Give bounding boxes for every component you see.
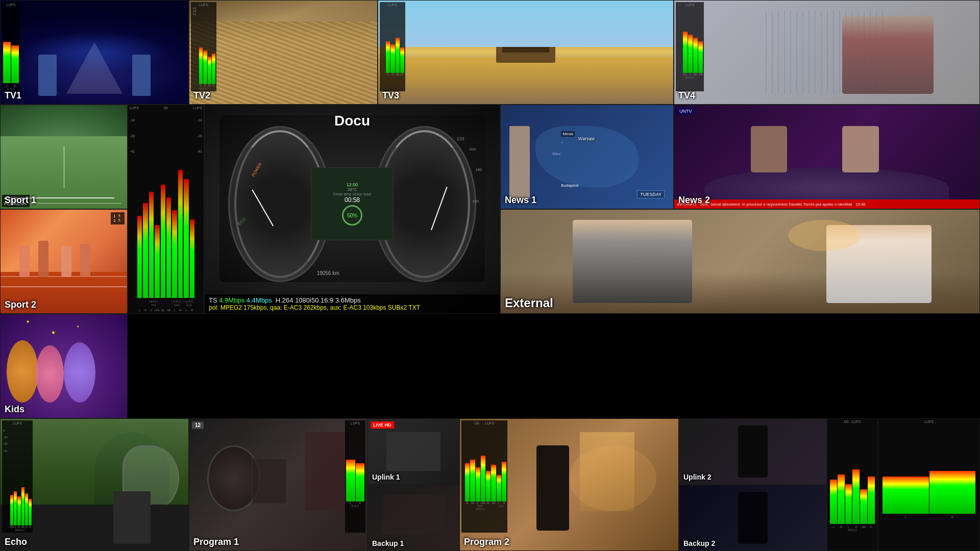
external-label: External	[505, 296, 553, 310]
echo-cell[interactable]: LUFS 0 -14 -28 -41 POL E-AC E	[0, 418, 189, 551]
uplink1-cell[interactable]: LIVE HD Uplink 1	[368, 418, 459, 485]
program1-label: Program 1	[193, 537, 239, 547]
backup1-label: Backup 1	[372, 539, 404, 547]
news1-cell[interactable]: Warsaw Kiev Minsk 7 Budapest TUESDAY New…	[500, 105, 674, 209]
sport2-label: Sport 2	[5, 299, 36, 310]
program2-lufs-label: Db LUFS	[462, 421, 506, 425]
right-meter-panel: Db LUFS LR LR ENG MPEG2	[827, 418, 878, 551]
echo-label: Echo	[5, 537, 27, 547]
tv3-cell[interactable]: LUFS L R SR SL TV3	[378, 0, 674, 105]
news2-cell[interactable]: INFOINFO SDA: Senat absolvent, în proces…	[674, 105, 980, 209]
sport1-cell[interactable]: KAROLINA PLISKOVA Sport 1	[0, 105, 128, 209]
multiviewer: LUFS LR E-AC3 TV1 LUFS -14-28-41	[0, 0, 980, 551]
uplink2-label: Uplink 2	[683, 473, 711, 481]
program1-badge: 12	[192, 421, 204, 429]
docu-info-bar: TS 4.9Mbps 4.4Mbps H.264 1080i50 16:9 3.…	[205, 294, 500, 313]
docu-meters-cell: LUFS LUFS 0b -14 -28 -41 -14 -28 -41	[128, 105, 204, 314]
tv4-lufs-label: LUFS	[677, 3, 703, 7]
tv4-label: TV4	[678, 90, 695, 101]
news1-label: News 1	[505, 195, 536, 206]
docu-pol-line: pol: MPEG2 175kbps, qaa: E-AC3 262kbps, …	[209, 304, 496, 311]
tv1-label: TV1	[5, 90, 21, 101]
program2-label: Program 2	[464, 537, 509, 547]
docu-lufs-right: LUFS	[193, 106, 202, 110]
tv4-cell[interactable]: LUFS PO L SR SB MPEG2 TV4	[674, 0, 980, 105]
sport2-cell[interactable]: 1 🏃 2 🏃 Sport 2	[0, 209, 128, 314]
uplink1-live-badge: LIVE HD	[371, 421, 394, 429]
backup2-cell[interactable]: Backup 2	[679, 485, 827, 551]
tv1-lufs-label: LUFS	[3, 3, 19, 7]
external-cell[interactable]: External	[500, 209, 980, 314]
tv3-lufs-label: LUFS	[381, 3, 404, 7]
backup2-label: Backup 2	[683, 539, 715, 547]
backup1-cell[interactable]: Backup 1	[368, 485, 459, 551]
docu-cell[interactable]: 12:00 28°C Drive time since start 00:58 …	[204, 105, 500, 314]
sport1-label: Sport 1	[5, 195, 36, 206]
uplink2-cell[interactable]: Uplink 2	[679, 418, 827, 485]
docu-label: Docu	[205, 113, 500, 129]
far-right-cell: LUFS LR	[878, 418, 980, 551]
news2-label: News 2	[678, 195, 710, 206]
docu-ts-cyan1: 4.4Mbps	[247, 296, 272, 304]
echo-lufs-label: LUFS	[3, 421, 32, 425]
tv2-label: TV2	[193, 90, 210, 101]
docu-lufs-left: LUFS	[130, 106, 139, 110]
kids-cell[interactable]: ★ ★ ★ Kids	[0, 314, 128, 418]
tv3-label: TV3	[382, 90, 399, 101]
program2-cell[interactable]: Db LUFS FL FR C LFE SL SR L R	[459, 418, 679, 551]
docu-ts-line1: TS 4.9Mbps 4.4Mbps H.264 1080i50 16:9 3.…	[209, 296, 496, 304]
docu-db-label: 0b	[164, 106, 168, 110]
program1-cell[interactable]: 12 LUFS LR E-AC3 Program 1	[189, 418, 368, 551]
tv2-lufs-label: LUFS	[192, 3, 215, 7]
right-meter-lufs: Db LUFS	[827, 419, 877, 423]
docu-ts-green1: 4.9Mbps	[219, 296, 244, 304]
kids-label: Kids	[5, 404, 24, 415]
tv1-cell[interactable]: LUFS LR E-AC3 TV1	[0, 0, 189, 105]
tv2-cell[interactable]: LUFS -14-28-41 L R AU X MPEG2 TV2	[189, 0, 378, 105]
uplink1-label: Uplink 1	[372, 473, 400, 481]
